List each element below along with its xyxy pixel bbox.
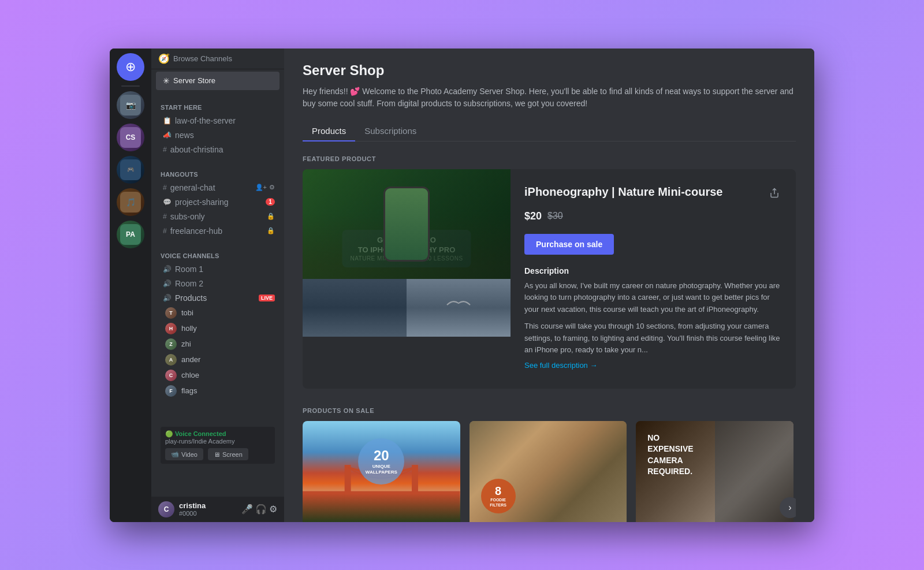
browse-channels-item[interactable]: 🧭 Browse Channels [151,49,284,69]
server-icon-1[interactable]: 📷 [117,91,144,119]
username-holly: holly [181,324,197,333]
hash-icon-subs: # [163,213,167,221]
wallpaper-count-number: 20 [374,448,389,464]
featured-thumb-2 [407,279,511,337]
subs-only-label: subs-only [170,212,205,221]
deafen-icon[interactable]: 🎧 [255,504,267,515]
sidebar-item-news[interactable]: 📣 news [156,128,280,142]
server-icon-5[interactable]: PA [117,221,144,248]
see-full-description-link[interactable]: See full description → [524,361,782,370]
server-icon-3[interactable]: 🎮 [117,156,144,184]
sidebar: 🧭 Browse Channels ✳ Server Store START H… [151,49,284,522]
about-label: about-christina [170,145,223,154]
mute-icon[interactable]: 🎤 [241,504,253,515]
discord-home-icon[interactable]: ⊕ [117,53,144,81]
sidebar-item-general-chat[interactable]: # general-chat 👤+ ⚙ [156,181,280,195]
freelancer-hub-label: freelancer-hub [170,226,222,236]
share-button[interactable] [767,185,782,203]
sidebar-item-room2[interactable]: 🔊 Room 2 [156,277,280,290]
voice-channel-name: play-runs/Indie Academy [165,438,270,445]
page-title: Server Shop [303,62,796,79]
tab-subscriptions[interactable]: Subscriptions [355,121,426,141]
voice-user-chloe[interactable]: C chloe [156,368,280,383]
price-original: $30 [547,211,563,221]
voice-connected-text: 🟢 Voice Connected [165,430,270,438]
product-card-film[interactable]: NOEXPENSIVECAMERAREQUIRED. Full Film Pho… [636,421,793,522]
description-text-1: As you all know, I've built my career on… [524,280,782,316]
wallpaper-product-image: 20 UNIQUEWALLPAPERS [303,421,460,522]
settings-icon[interactable]: ⚙ [269,184,275,191]
tab-products[interactable]: Products [303,121,355,141]
sidebar-item-project-sharing[interactable]: 💬 project-sharing 1 [156,195,280,209]
law-label: law-of-the-server [175,116,236,125]
project-sharing-label: project-sharing [175,198,229,207]
megaphone-icon: 📣 [163,131,172,139]
wallpaper-gradient [303,494,460,522]
voice-user-flags[interactable]: F flags [156,383,280,398]
store-icon: ✳ [163,76,170,85]
avatar-tobi: T [165,307,177,319]
server-icons-separator [121,85,140,87]
price-current: $20 [524,210,542,222]
avatar-ander: A [165,354,177,366]
username-tobi: tobi [181,308,193,317]
purchase-button[interactable]: Purchase on sale [524,234,614,255]
foodie-badge-text: FOODIEFILTERS [490,498,506,508]
footer-usertag: #0000 [179,510,237,517]
phone-mockup [383,187,430,262]
video-icon: 📹 [171,450,179,458]
server-icon-2[interactable]: CS [117,124,144,151]
speaker-icon-room2: 🔊 [163,280,172,288]
username-flags: flags [181,386,197,395]
foodie-filter-badge: 8 FOODIEFILTERS [481,479,516,513]
sidebar-item-freelancer-hub[interactable]: # freelancer-hub 🔒 [156,224,280,238]
server-icon-4[interactable]: 🎵 [117,188,144,216]
live-badge: LIVE [259,295,275,301]
section-hangouts: HANGOUTS # general-chat 👤+ ⚙ 💬 project-s… [151,159,284,241]
video-button[interactable]: 📹 Video [165,448,203,460]
general-chat-label: general-chat [170,183,215,192]
sidebar-item-subs-only[interactable]: # subs-only 🔒 [156,210,280,223]
member-icon: 👤+ [255,184,267,191]
speaker-icon-room1: 🔊 [163,265,172,273]
server-store-label: Server Store [173,76,215,85]
screen-button[interactable]: 🖥 Screen [208,448,248,460]
product-card-wallpaper[interactable]: 20 UNIQUEWALLPAPERS "A Love Letter to SF… [303,421,460,522]
voice-user-tobi[interactable]: T tobi [156,306,280,321]
section-hangouts-header: HANGOUTS [151,162,284,180]
footer-avatar: C [158,501,174,517]
speaker-icon-play-runs: 🔊 [163,294,172,302]
voice-user-holly[interactable]: H holly [156,321,280,336]
film-overlay-text: NOEXPENSIVECAMERAREQUIRED. [647,433,693,478]
foodie-product-image: 8 FOODIEFILTERS [470,421,627,522]
sidebar-item-room1[interactable]: 🔊 Room 1 [156,262,280,276]
voice-user-zhi[interactable]: Z zhi [156,337,280,352]
settings-icon-footer[interactable]: ⚙ [269,504,277,515]
sidebar-item-law[interactable]: 📋 law-of-the-server [156,114,280,128]
section-voice-header: VOICE CHANNELS [151,243,284,262]
products-next-arrow[interactable]: › [780,497,796,518]
sidebar-item-about[interactable]: # about-christina [156,143,280,157]
tabs-nav: Products Subscriptions [303,121,796,141]
server-store-item[interactable]: ✳ Server Store [156,72,280,90]
footer-user-info: cristina #0000 [179,501,237,517]
featured-section-label: FEATURED PRODUCT [303,155,796,162]
avatar-chloe: C [165,370,177,381]
room1-label: Room 1 [175,264,203,274]
lock-icon-subs: 🔒 [267,213,275,220]
voice-controls: 📹 Video 🖥 Screen [165,448,270,460]
server-icons-column: ⊕ 📷 CS 🎮 🎵 PA [110,49,151,522]
film-product-image: NOEXPENSIVECAMERAREQUIRED. [636,421,793,522]
section-start-here-header: START HERE [151,95,284,113]
chat-icon: 💬 [163,198,172,206]
product-card-foodie[interactable]: 8 FOODIEFILTERS Foodie Filter Pack V5 | … [470,421,627,522]
hash-icon-about: # [163,146,167,154]
video-label: Video [181,451,198,458]
hash-icon-general: # [163,184,167,192]
voice-user-ander[interactable]: A ander [156,352,280,367]
featured-product-info: iPhoneography | Nature Mini-course $20 $… [511,169,796,389]
featured-img-main: GO FROM ZEROTO IPHONEOGRAPHY PRO NATURE … [303,169,511,279]
featured-title-row: iPhoneography | Nature Mini-course [524,185,782,203]
sidebar-item-play-runs[interactable]: 🔊 Products LIVE [156,291,280,305]
page-description: Hey friends!! 💕 Welcome to the Photo Aca… [303,85,796,110]
